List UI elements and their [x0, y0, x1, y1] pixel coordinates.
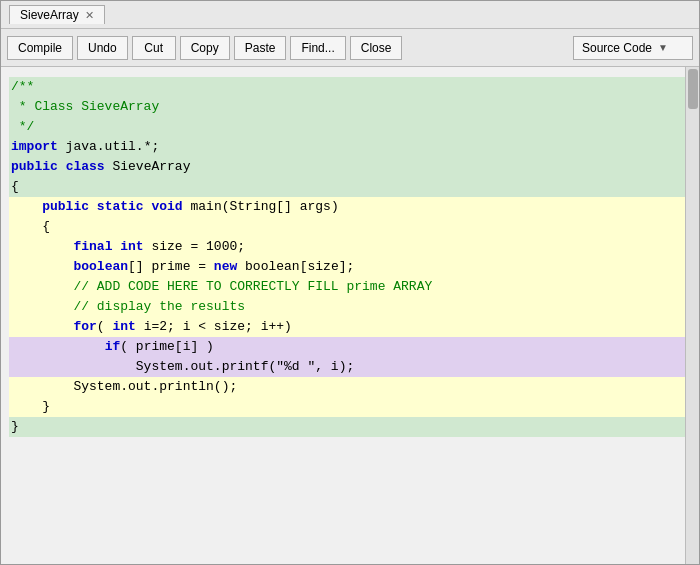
file-tab[interactable]: SieveArray ✕	[9, 5, 105, 24]
code-line: System.out.println();	[9, 377, 691, 397]
code-line: import java.util.*;	[9, 137, 691, 157]
tab-label: SieveArray	[20, 8, 79, 22]
code-line: /**	[9, 77, 691, 97]
code-line: {	[9, 177, 691, 197]
paste-button[interactable]: Paste	[234, 36, 287, 60]
main-window: SieveArray ✕ Compile Undo Cut Copy Paste…	[0, 0, 700, 565]
code-line: for( int i=2; i < size; i++)	[9, 317, 691, 337]
tab-close-icon[interactable]: ✕	[85, 9, 94, 22]
scrollbar-thumb[interactable]	[688, 69, 698, 109]
code-line: // display the results	[9, 297, 691, 317]
code-line: // ADD CODE HERE TO CORRECTLY FILL prime…	[9, 277, 691, 297]
close-button[interactable]: Close	[350, 36, 403, 60]
source-code-label: Source Code	[582, 41, 652, 55]
code-line: public class SieveArray	[9, 157, 691, 177]
source-code-dropdown[interactable]: Source Code ▼	[573, 36, 693, 60]
cut-button[interactable]: Cut	[132, 36, 176, 60]
title-bar: SieveArray ✕	[1, 1, 699, 29]
code-line: * Class SieveArray	[9, 97, 691, 117]
code-line: if( prime[i] )	[9, 337, 691, 357]
code-line: System.out.printf("%d ", i);	[9, 357, 691, 377]
scrollbar[interactable]	[685, 67, 699, 564]
code-line: public static void main(String[] args)	[9, 197, 691, 217]
toolbar: Compile Undo Cut Copy Paste Find... Clos…	[1, 29, 699, 67]
dropdown-arrow-icon: ▼	[658, 42, 668, 53]
code-line: boolean[] prime = new boolean[size];	[9, 257, 691, 277]
code-line: */	[9, 117, 691, 137]
code-line: {	[9, 217, 691, 237]
find-button[interactable]: Find...	[290, 36, 345, 60]
editor-area: /** * Class SieveArray */import java.uti…	[1, 67, 699, 564]
compile-button[interactable]: Compile	[7, 36, 73, 60]
code-line: }	[9, 397, 691, 417]
code-line: }	[9, 417, 691, 437]
code-container[interactable]: /** * Class SieveArray */import java.uti…	[1, 73, 699, 558]
undo-button[interactable]: Undo	[77, 36, 128, 60]
code-editor[interactable]: /** * Class SieveArray */import java.uti…	[1, 73, 699, 441]
code-line: final int size = 1000;	[9, 237, 691, 257]
copy-button[interactable]: Copy	[180, 36, 230, 60]
